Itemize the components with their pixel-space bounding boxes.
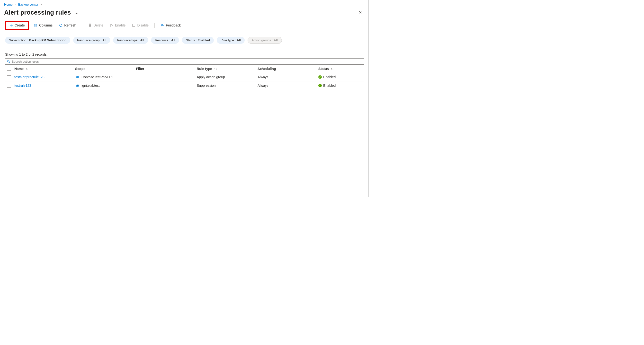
sort-icon: ↑↓: [214, 67, 217, 71]
filter-pill-label: Status :: [186, 38, 196, 42]
breadcrumb-sep: >: [14, 3, 16, 6]
filter-pill[interactable]: Resource type :All: [113, 37, 148, 44]
create-button-highlight: Create: [5, 21, 29, 30]
refresh-label: Refresh: [64, 23, 76, 27]
status-cell: ✓Enabled: [318, 75, 362, 79]
feedback-button[interactable]: Feedback: [159, 22, 182, 28]
refresh-button[interactable]: Refresh: [58, 22, 78, 28]
refresh-icon: [59, 23, 63, 27]
table-row: testalertprocrule123ContosoTestRSV001App…: [4, 73, 364, 81]
row-checkbox[interactable]: [7, 75, 11, 79]
col-header-status-label: Status: [318, 67, 329, 71]
stop-icon: [132, 23, 136, 27]
sort-icon: ↑↓: [331, 67, 334, 71]
filter-pill-value: Backup PM Subscription: [29, 38, 66, 42]
scope-cell: ContosoTestRSV001: [75, 75, 131, 79]
columns-button[interactable]: Columns: [32, 22, 54, 28]
search-icon: [7, 60, 10, 63]
close-button[interactable]: ✕: [356, 8, 364, 16]
vault-icon: [75, 83, 80, 88]
toolbar-divider: [82, 23, 82, 28]
plus-icon: [9, 23, 13, 27]
search-container: [4, 58, 364, 65]
col-header-name-label: Name: [14, 67, 24, 71]
disable-button: Disable: [130, 22, 150, 28]
scheduling-cell: Always: [255, 73, 316, 81]
col-header-scheduling[interactable]: Scheduling: [255, 65, 316, 73]
filter-pill-value: All: [140, 38, 144, 42]
filter-pill-value: Enabled: [198, 38, 210, 42]
more-button[interactable]: …: [74, 10, 79, 15]
filter-pill-label: Action groups :: [252, 38, 273, 42]
table-header-row: Name ↑↓ Scope Filter Rule type ↑↓ Schedu…: [4, 65, 364, 73]
toolbar: Create Columns Refresh Delete Enable Dis…: [0, 19, 368, 32]
feedback-icon: [160, 23, 164, 27]
status-label: Enabled: [323, 75, 336, 79]
records-summary: Showing 1 to 2 of 2 records.: [0, 46, 368, 58]
enable-label: Enable: [115, 23, 126, 27]
rule-type-cell: Apply action group: [194, 73, 255, 81]
col-header-name[interactable]: Name ↑↓: [12, 65, 73, 73]
filter-pill-label: Resource type :: [117, 38, 139, 42]
columns-label: Columns: [39, 23, 52, 27]
filter-pill[interactable]: Subscription :Backup PM Subscription: [5, 37, 70, 44]
col-header-rule-type[interactable]: Rule type ↑↓: [194, 65, 255, 73]
play-icon: [110, 23, 114, 27]
filter-cell: [134, 81, 194, 90]
search-input[interactable]: [10, 59, 362, 64]
page-title: Alert processing rules: [4, 9, 71, 16]
filter-cell: [134, 73, 194, 81]
filter-pill-value: All: [237, 38, 241, 42]
filter-pill-value: All: [171, 38, 175, 42]
filter-pill[interactable]: Rule type :All: [217, 37, 245, 44]
col-header-ruletype-label: Rule type: [197, 67, 212, 71]
filter-pill: Action groups :All: [248, 37, 282, 44]
breadcrumb-sep: >: [40, 3, 42, 6]
filter-pill-value: All: [102, 38, 106, 42]
status-enabled-icon: ✓: [318, 84, 322, 87]
delete-button: Delete: [86, 22, 104, 28]
status-enabled-icon: ✓: [318, 75, 322, 79]
col-header-scope[interactable]: Scope: [73, 65, 134, 73]
svg-point-2: [7, 60, 9, 62]
rule-type-cell: Suppression: [194, 81, 255, 90]
disable-label: Disable: [137, 23, 148, 27]
sort-icon: ↑↓: [26, 67, 28, 71]
toolbar-divider: [154, 23, 155, 28]
scope-label: ignitelabtest: [82, 84, 100, 87]
col-header-status[interactable]: Status ↑↓: [316, 65, 364, 73]
scope-label: ContosoTestRSV001: [82, 75, 113, 79]
breadcrumb: Home > Backup center >: [0, 0, 368, 7]
title-row: Alert processing rules … ✕: [0, 7, 368, 19]
rule-name-link[interactable]: testrule123: [14, 84, 31, 87]
svg-point-1: [161, 24, 163, 25]
col-header-filter[interactable]: Filter: [134, 65, 194, 73]
filter-pill[interactable]: Resource :All: [151, 37, 179, 44]
svg-rect-0: [132, 24, 135, 26]
filter-pill-label: Rule type :: [220, 38, 236, 42]
scheduling-cell: Always: [255, 81, 316, 90]
scope-cell: ignitelabtest: [75, 83, 131, 88]
filter-pill-value: All: [274, 38, 278, 42]
create-button[interactable]: Create: [8, 22, 26, 28]
select-all-checkbox[interactable]: [7, 67, 11, 71]
breadcrumb-backup-center[interactable]: Backup center: [18, 3, 38, 6]
filter-bar: Subscription :Backup PM SubscriptionReso…: [0, 32, 368, 46]
status-cell: ✓Enabled: [318, 84, 362, 87]
filter-pill-label: Resource group :: [77, 38, 102, 42]
filter-pill-label: Resource :: [155, 38, 170, 42]
rules-table: Name ↑↓ Scope Filter Rule type ↑↓ Schedu…: [4, 65, 364, 90]
create-label: Create: [14, 23, 25, 27]
table-row: testrule123ignitelabtestSuppressionAlway…: [4, 81, 364, 90]
columns-icon: [34, 23, 38, 27]
delete-label: Delete: [94, 23, 103, 27]
status-label: Enabled: [323, 84, 336, 87]
trash-icon: [88, 23, 92, 27]
enable-button: Enable: [108, 22, 127, 28]
rule-name-link[interactable]: testalertprocrule123: [14, 75, 44, 79]
breadcrumb-home[interactable]: Home: [4, 3, 13, 6]
filter-pill[interactable]: Resource group :All: [73, 37, 110, 44]
vault-icon: [75, 75, 80, 79]
filter-pill[interactable]: Status :Enabled: [182, 37, 214, 44]
row-checkbox[interactable]: [7, 84, 11, 88]
